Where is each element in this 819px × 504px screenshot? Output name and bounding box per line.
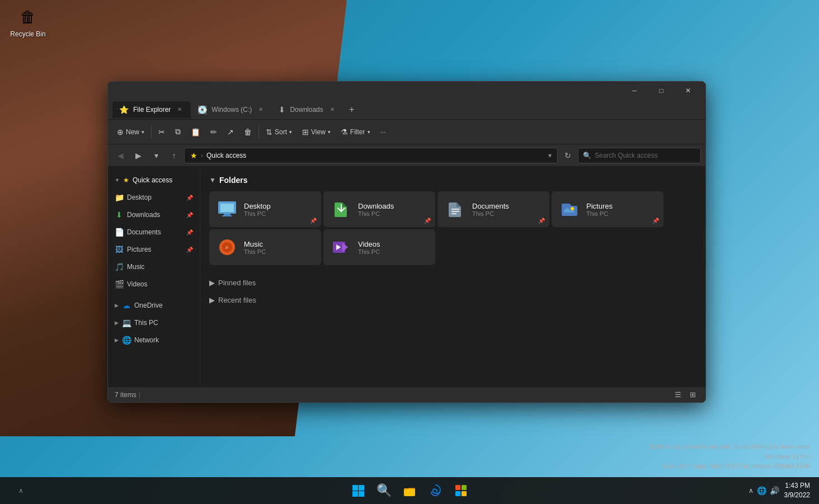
recent-files-expand-icon: ▶ (209, 296, 215, 304)
folder-music[interactable]: ♪ Music This PC (209, 229, 321, 265)
delete-button[interactable]: 🗑 (239, 123, 256, 141)
folder-videos[interactable]: Videos This PC (323, 229, 435, 265)
view-icon: ⊞ (302, 128, 309, 136)
folder-pictures[interactable]: Pictures This PC 📌 (552, 191, 663, 227)
sidebar-desktop-label: Desktop (127, 194, 183, 201)
tab-windows-c[interactable]: 💽 Windows (C:) ✕ (191, 101, 272, 118)
tab-file-explorer-label: File Explorer (133, 106, 171, 114)
folder-videos-icon (330, 236, 352, 258)
tab-file-explorer[interactable]: ⭐ File Explorer ✕ (112, 101, 191, 118)
sidebar-item-videos[interactable]: 🎬 Videos (110, 276, 197, 293)
refresh-button[interactable]: ↻ (560, 148, 576, 163)
tab-file-explorer-close[interactable]: ✕ (175, 105, 184, 114)
sidebar-pictures-pin-icon: 📌 (186, 247, 193, 253)
taskbar-explorer-button[interactable] (398, 479, 421, 502)
sidebar-item-onedrive[interactable]: ▶ ☁ OneDrive (110, 297, 197, 314)
taskbar-right: ∧ 🌐 🔊 1:43 PM 3/9/2022 (749, 481, 810, 500)
svg-rect-17 (359, 485, 364, 491)
paste-button[interactable]: 📋 (186, 123, 205, 141)
sidebar-item-pictures[interactable]: 🖼 Pictures 📌 (110, 241, 197, 258)
share-button[interactable]: ↗ (223, 123, 238, 141)
sys-notification-line1: System requirements not met. Go to Setti… (649, 442, 810, 452)
folder-pictures-pin-icon: 📌 (652, 218, 659, 224)
taskbar-chevron-icon[interactable]: ∧ (749, 487, 754, 494)
sidebar-item-downloads[interactable]: ⬇ Downloads 📌 (110, 206, 197, 223)
folder-music-icon: ♪ (216, 236, 238, 258)
sort-icon: ⇅ (266, 128, 272, 136)
folder-music-sub: This PC (244, 248, 314, 255)
forward-button[interactable]: ▶ (130, 148, 146, 163)
folder-downloads-pin-icon: 📌 (424, 218, 431, 224)
sidebar-item-documents[interactable]: 📄 Documents 📌 (110, 224, 197, 241)
taskbar-store-button[interactable] (449, 479, 473, 502)
add-tab-button[interactable]: + (343, 102, 360, 117)
view-chevron-icon: ▾ (328, 129, 331, 135)
folder-downloads[interactable]: Downloads This PC 📌 (323, 191, 435, 227)
tab-windows-c-icon: 💽 (197, 105, 207, 114)
close-button[interactable]: ✕ (675, 82, 701, 100)
sidebar-item-music[interactable]: 🎵 Music (110, 258, 197, 275)
sort-button[interactable]: ⇅ Sort ▾ (261, 123, 296, 141)
taskbar-hide-button[interactable]: ∧ (9, 479, 32, 502)
folder-documents-icon (444, 198, 467, 220)
filter-button[interactable]: ⚗ Filter ▾ (336, 123, 375, 141)
search-placeholder: Search Quick access (595, 152, 658, 159)
view-button[interactable]: ⊞ View ▾ (298, 123, 335, 141)
cut-icon: ✂ (158, 128, 165, 136)
sidebar-thispc-icon: 💻 (122, 318, 131, 327)
taskbar-start-button[interactable] (346, 479, 370, 502)
quick-access-star-icon: ★ (123, 176, 129, 184)
pinned-files-header[interactable]: ▶ Pinned files (209, 276, 696, 289)
grid-view-button[interactable]: ⊞ (686, 389, 699, 401)
sidebar-item-thispc[interactable]: ▶ 💻 This PC (110, 314, 197, 331)
address-path: Quick access (206, 152, 246, 159)
filter-chevron-icon: ▾ (368, 129, 370, 135)
taskbar-clock[interactable]: 1:43 PM 3/9/2022 (784, 481, 810, 500)
tab-downloads-close[interactable]: ✕ (328, 105, 337, 114)
taskbar-left: ∧ (9, 479, 32, 502)
recent-button[interactable]: ▾ (148, 148, 164, 163)
tab-windows-c-close[interactable]: ✕ (256, 105, 265, 114)
taskbar-network-icon[interactable]: 🌐 (757, 486, 766, 495)
recent-files-header[interactable]: ▶ Recent files (209, 294, 696, 307)
taskbar-system-icons: ∧ 🌐 🔊 (749, 486, 779, 495)
pinned-files-section: ▶ Pinned files (209, 276, 696, 289)
sidebar-thispc-label: This PC (134, 319, 193, 327)
address-star-icon: ★ (190, 151, 197, 160)
address-bar: ◀ ▶ ▾ ↑ ★ › Quick access ▾ ↻ 🔍 Search Qu… (108, 144, 705, 167)
folder-desktop[interactable]: Desktop This PC 📌 (209, 191, 321, 227)
sidebar-downloads-pin-icon: 📌 (186, 212, 193, 218)
sidebar-network-expand-icon: ▶ (115, 337, 119, 343)
address-input[interactable]: ★ › Quick access ▾ (184, 148, 558, 163)
svg-rect-21 (455, 485, 460, 490)
folder-desktop-pin-icon: 📌 (310, 218, 317, 224)
taskbar-volume-icon[interactable]: 🔊 (770, 486, 779, 495)
cut-button[interactable]: ✂ (154, 123, 170, 141)
recycle-bin-symbol: 🗑 (17, 6, 39, 28)
quick-access-label: Quick access (133, 176, 172, 184)
maximize-button[interactable]: □ (648, 82, 674, 100)
sidebar-thispc-expand-icon: ▶ (115, 320, 119, 326)
folders-section-title: Folders (219, 176, 248, 185)
list-view-button[interactable]: ☰ (672, 389, 684, 401)
more-button[interactable]: ··· (376, 123, 390, 141)
taskbar-edge-button[interactable] (423, 479, 447, 502)
copy-button[interactable]: ⧉ (171, 123, 185, 141)
sidebar-quick-access-header[interactable]: ▼ ★ Quick access (110, 172, 197, 189)
rename-button[interactable]: ✏ (206, 123, 222, 141)
folders-section-header[interactable]: ▼ Folders (209, 176, 696, 185)
minimize-button[interactable]: ─ (622, 82, 647, 100)
search-box[interactable]: 🔍 Search Quick access (578, 148, 701, 163)
recycle-bin-icon[interactable]: 🗑 Recycle Bin (8, 6, 48, 38)
new-button[interactable]: ⊕ New ▾ (112, 123, 149, 141)
sort-chevron-icon: ▾ (289, 129, 292, 135)
up-button[interactable]: ↑ (166, 148, 182, 163)
taskbar-search-button[interactable]: 🔍 (372, 479, 396, 502)
tab-downloads[interactable]: ⬇ Downloads ✕ (272, 101, 343, 118)
folder-music-name: Music (244, 240, 314, 248)
folder-documents[interactable]: Documents This PC 📌 (437, 191, 549, 227)
back-button[interactable]: ◀ (112, 148, 128, 163)
sidebar-item-desktop[interactable]: 📁 Desktop 📌 (110, 189, 197, 206)
svg-rect-1 (220, 204, 234, 212)
sidebar-item-network[interactable]: ▶ 🌐 Network (110, 332, 197, 348)
